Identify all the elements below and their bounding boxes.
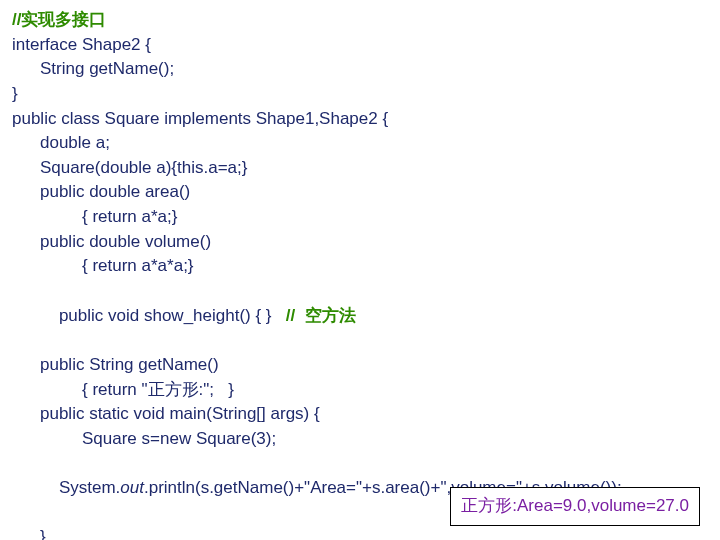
code-line: public double volume() <box>12 230 708 255</box>
code-line: public void show_height() { } // 空方法 <box>12 279 708 353</box>
code-block: //实现多接口 interface Shape2 { String getNam… <box>12 8 708 540</box>
comment-header: //实现多接口 <box>12 8 708 33</box>
code-line: { return a*a*a;} <box>12 254 708 279</box>
code-line: { return a*a;} <box>12 205 708 230</box>
code-line: double a; <box>12 131 708 156</box>
output-text: 正方形:Area=9.0,volume=27.0 <box>461 496 689 515</box>
code-line: } <box>12 82 708 107</box>
code-line: public class Square implements Shape1,Sh… <box>12 107 708 132</box>
code-text: System. <box>59 478 120 497</box>
comment-inline: // 空方法 <box>286 306 356 325</box>
code-line: Square s=new Square(3); <box>12 427 708 452</box>
code-line: { return "正方形:"; } <box>12 378 708 403</box>
code-line: public double area() <box>12 180 708 205</box>
code-line: public String getName() <box>12 353 708 378</box>
code-line: public static void main(String[] args) { <box>12 402 708 427</box>
code-line: String getName(); <box>12 57 708 82</box>
code-line: Square(double a){this.a=a;} <box>12 156 708 181</box>
code-text-italic: out <box>120 478 144 497</box>
code-line: interface Shape2 { <box>12 33 708 58</box>
output-box: 正方形:Area=9.0,volume=27.0 <box>450 487 700 526</box>
code-text: public void show_height() { } <box>59 306 286 325</box>
code-line: } <box>12 525 708 540</box>
